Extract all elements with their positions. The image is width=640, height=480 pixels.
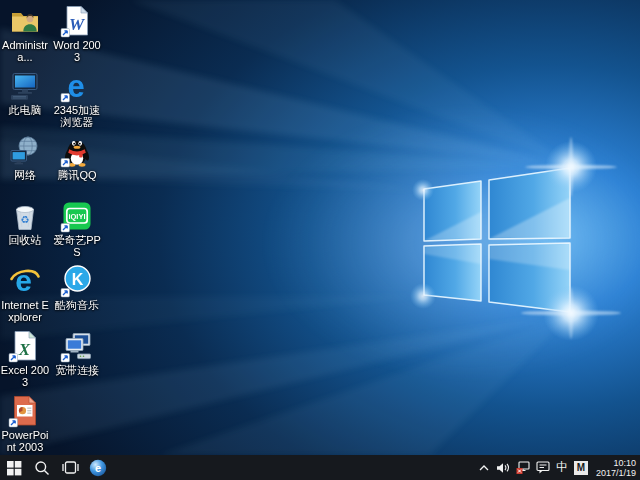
desktop-icon-label: 腾讯QQ	[52, 169, 102, 181]
recycle-bin-icon: ♻	[8, 199, 42, 233]
svg-text:e: e	[67, 69, 84, 103]
ie-e-icon: e	[8, 264, 42, 298]
desktop-icon-powerpoint-2003[interactable]: PowerPoint 2003	[0, 394, 50, 453]
ime-m-label: M	[574, 461, 588, 475]
desktop-icon-label: 爱奇艺PPS	[52, 234, 102, 258]
broadband-computers-icon	[60, 329, 94, 363]
desktop-icon-label: 2345加速浏览器	[52, 104, 102, 128]
svg-text:e: e	[15, 264, 32, 297]
desktop-icon-this-pc[interactable]: 此电脑	[0, 69, 50, 116]
clock-time: 10:10	[596, 458, 636, 468]
svg-text:♻: ♻	[21, 214, 30, 225]
computer-monitor-icon	[8, 69, 42, 103]
desktop-icon-label: 酷狗音乐	[52, 299, 102, 311]
ime-language-indicator[interactable]: 中	[556, 455, 568, 480]
svg-text:e: e	[95, 462, 101, 474]
desktop-icon-label: Word 2003	[52, 39, 102, 63]
desktop-icon-excel-2003[interactable]: X Excel 2003	[0, 329, 50, 388]
user-folder-icon	[8, 4, 42, 38]
svg-text:X: X	[18, 340, 31, 359]
svg-text:W: W	[69, 15, 86, 34]
blue-globe-e-icon: e	[89, 459, 107, 477]
iqiyi-green-icon: iQIYI	[60, 199, 94, 233]
volume-button[interactable]	[496, 455, 510, 480]
system-tray: 中 M 10:10 2017/1/19	[478, 455, 640, 480]
desktop-icon-network[interactable]: 网络	[0, 134, 50, 181]
search-button[interactable]	[28, 455, 56, 480]
word-document-icon: W	[60, 4, 94, 38]
desktop-icon-tencent-qq[interactable]: 腾讯QQ	[52, 134, 102, 181]
excel-document-icon: X	[8, 329, 42, 363]
desktop-icon-label: PowerPoint 2003	[0, 429, 50, 453]
blue-e-browser-icon: e	[60, 69, 94, 103]
desktop-icon-label: Internet Explorer	[0, 299, 50, 323]
chevron-up-icon	[478, 462, 490, 474]
desktop-icon-kugou-music[interactable]: K 酷狗音乐	[52, 264, 102, 311]
desktop-icon-internet-explorer[interactable]: e Internet Explorer	[0, 264, 50, 323]
powerpoint-document-icon	[8, 394, 42, 428]
desktop-icon-2345-browser[interactable]: e 2345加速浏览器	[52, 69, 102, 128]
windows-logo-icon	[6, 459, 23, 476]
desktop-icon-label: 回收站	[0, 234, 50, 246]
taskbar: e	[0, 455, 640, 480]
qq-penguin-icon	[60, 134, 94, 168]
pinned-browser-button[interactable]: e	[84, 455, 112, 480]
desktop-icon-broadband[interactable]: 宽带连接	[52, 329, 102, 376]
search-icon	[34, 460, 50, 476]
ime-mode-badge[interactable]: M	[574, 455, 588, 480]
network-globe-icon	[8, 134, 42, 168]
desktop-icon-label: 网络	[0, 169, 50, 181]
network-disconnected-icon	[516, 461, 530, 474]
task-view-icon	[62, 459, 79, 476]
tray-clock[interactable]: 10:10 2017/1/19	[594, 458, 636, 478]
clock-date: 2017/1/19	[596, 468, 636, 478]
desktop-icon-label: Administra...	[0, 39, 50, 63]
desktop-icon-label: 宽带连接	[52, 364, 102, 376]
desktop: Administra... W Word 2003 此电脑 e	[0, 0, 640, 480]
start-button[interactable]	[0, 455, 28, 480]
task-view-button[interactable]	[56, 455, 84, 480]
speaker-icon	[496, 462, 510, 474]
tray-expand-button[interactable]	[478, 455, 490, 480]
message-bubble-icon	[536, 461, 550, 474]
network-status-button[interactable]	[516, 455, 530, 480]
svg-text:iQIYI: iQIYI	[68, 212, 85, 221]
desktop-icon-word-2003[interactable]: W Word 2003	[52, 4, 102, 63]
desktop-icon-label: Excel 2003	[0, 364, 50, 388]
svg-text:K: K	[72, 271, 84, 288]
kugou-k-circle-icon: K	[60, 264, 94, 298]
desktop-icon-administrator[interactable]: Administra...	[0, 4, 50, 63]
desktop-icon-label: 此电脑	[0, 104, 50, 116]
messages-button[interactable]	[536, 455, 550, 480]
desktop-icon-recycle-bin[interactable]: ♻ 回收站	[0, 199, 50, 246]
desktop-icon-iqiyi-pps[interactable]: iQIYI 爱奇艺PPS	[52, 199, 102, 258]
